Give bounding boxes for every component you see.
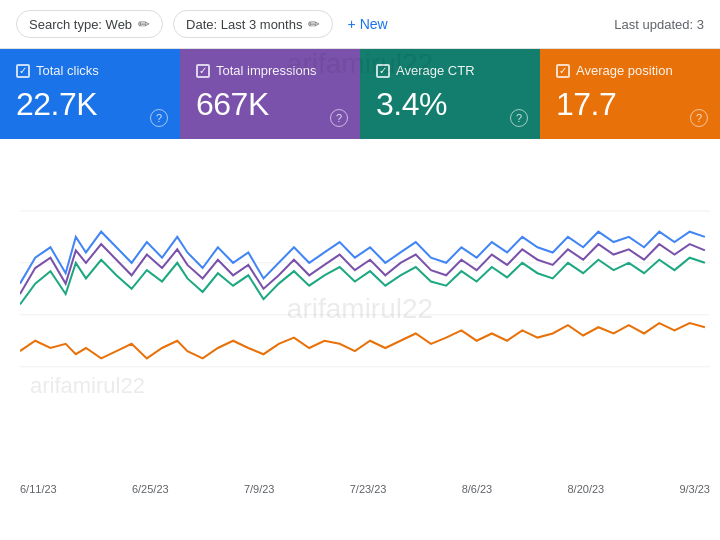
x-label-4: 8/6/23 bbox=[462, 483, 493, 495]
metric-value-clicks: 22.7K bbox=[16, 86, 164, 123]
metric-label-position: Average position bbox=[576, 63, 673, 78]
x-label-2: 7/9/23 bbox=[244, 483, 275, 495]
new-button-label: New bbox=[360, 16, 388, 32]
metric-label-ctr: Average CTR bbox=[396, 63, 475, 78]
search-type-label: Search type: Web bbox=[29, 17, 132, 32]
metric-header-clicks: Total clicks bbox=[16, 63, 164, 78]
toolbar: Search type: Web ✏ Date: Last 3 months ✏… bbox=[0, 0, 720, 49]
x-label-0: 6/11/23 bbox=[20, 483, 57, 495]
metric-value-position: 17.7 bbox=[556, 86, 704, 123]
line-chart bbox=[20, 159, 710, 429]
metric-checkbox-clicks[interactable] bbox=[16, 64, 30, 78]
x-label-3: 7/23/23 bbox=[350, 483, 387, 495]
date-label: Date: Last 3 months bbox=[186, 17, 302, 32]
metric-card-ctr: Average CTR 3.4% ? bbox=[360, 49, 540, 139]
metric-value-impressions: 667K bbox=[196, 86, 344, 123]
x-label-5: 8/20/23 bbox=[567, 483, 604, 495]
metric-checkbox-impressions[interactable] bbox=[196, 64, 210, 78]
metric-help-impressions[interactable]: ? bbox=[330, 109, 348, 127]
metric-header-ctr: Average CTR bbox=[376, 63, 524, 78]
metric-label-impressions: Total impressions bbox=[216, 63, 316, 78]
metric-help-ctr[interactable]: ? bbox=[510, 109, 528, 127]
metric-checkbox-ctr[interactable] bbox=[376, 64, 390, 78]
x-label-1: 6/25/23 bbox=[132, 483, 169, 495]
metric-card-total-clicks: Total clicks 22.7K ? bbox=[0, 49, 180, 139]
search-type-filter[interactable]: Search type: Web ✏ bbox=[16, 10, 163, 38]
metric-value-ctr: 3.4% bbox=[376, 86, 524, 123]
search-type-edit-icon[interactable]: ✏ bbox=[138, 16, 150, 32]
plus-icon: + bbox=[347, 16, 355, 32]
metric-checkbox-position[interactable] bbox=[556, 64, 570, 78]
metric-help-position[interactable]: ? bbox=[690, 109, 708, 127]
metric-card-position: Average position 17.7 ? bbox=[540, 49, 720, 139]
x-axis-labels: 6/11/23 6/25/23 7/9/23 7/23/23 8/6/23 8/… bbox=[0, 479, 720, 495]
date-edit-icon[interactable]: ✏ bbox=[308, 16, 320, 32]
chart-container: arifamirul22 arifamirul22 bbox=[0, 139, 720, 479]
date-filter[interactable]: Date: Last 3 months ✏ bbox=[173, 10, 333, 38]
metric-help-clicks[interactable]: ? bbox=[150, 109, 168, 127]
metric-header-position: Average position bbox=[556, 63, 704, 78]
metric-header-impressions: Total impressions bbox=[196, 63, 344, 78]
last-updated: Last updated: 3 bbox=[614, 17, 704, 32]
metrics-row: Total clicks 22.7K ? Total impressions 6… bbox=[0, 49, 720, 139]
x-label-6: 9/3/23 bbox=[679, 483, 710, 495]
line-position bbox=[20, 323, 705, 358]
metric-card-impressions: Total impressions 667K ? bbox=[180, 49, 360, 139]
metric-label-clicks: Total clicks bbox=[36, 63, 99, 78]
new-button[interactable]: + New bbox=[347, 16, 387, 32]
